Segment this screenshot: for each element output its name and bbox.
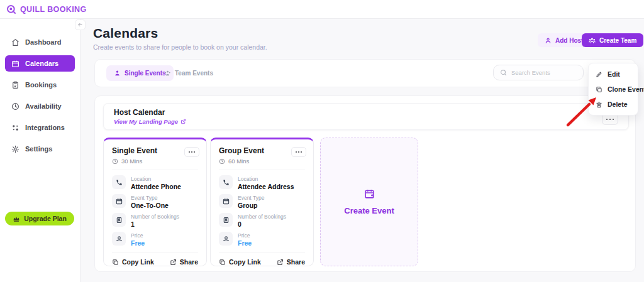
phone-icon <box>219 175 233 189</box>
menu-item-clone-event[interactable]: Clone Event <box>589 82 638 97</box>
share-icon <box>170 259 177 266</box>
search-events-box <box>493 65 584 80</box>
menu-item-label: Edit <box>608 70 620 78</box>
events-panel: Host Calendar View My Landing Page Singl… <box>94 95 636 272</box>
detail-value: Attendee Address <box>238 183 294 190</box>
copy-link-button[interactable]: Copy Link <box>112 258 154 266</box>
sidebar-collapse-button[interactable] <box>75 19 86 30</box>
detail-value: Attendee Phone <box>131 183 181 190</box>
event-card-options-button[interactable] <box>291 147 306 157</box>
create-event-label: Create Event <box>344 206 394 215</box>
detail-label: Number of Bookings <box>238 214 286 220</box>
event-duration: 30 Mins <box>112 158 198 165</box>
share-label: Share <box>180 258 198 266</box>
host-calendar-title: Host Calendar <box>114 108 618 117</box>
detail-row-price: Price Free <box>112 232 198 247</box>
search-events-input[interactable] <box>511 69 577 76</box>
detail-row-location: Location Attendee Address <box>219 175 305 190</box>
sidebar-item-calendars[interactable]: Calendars <box>5 55 75 72</box>
grid-dots-icon <box>11 124 19 132</box>
menu-item-label: Clone Event <box>608 85 644 93</box>
clock-icon <box>219 158 225 165</box>
sidebar-item-bookings[interactable]: Bookings <box>0 74 80 95</box>
share-button[interactable]: Share <box>170 258 198 266</box>
share-label: Share <box>287 258 305 266</box>
sidebar-item-settings[interactable]: Settings <box>0 138 80 160</box>
sidebar-item-integrations[interactable]: Integrations <box>0 117 80 138</box>
badge-icon <box>219 213 233 227</box>
tab-team-events-label: Team Events <box>175 70 213 77</box>
detail-label: Number of Bookings <box>131 214 179 220</box>
detail-row-bookings: Number of Bookings 1 <box>112 213 198 228</box>
gear-icon <box>11 145 19 153</box>
event-duration-label: 60 Mins <box>228 158 249 165</box>
detail-value: 0 <box>238 220 286 228</box>
page-title: Calendars <box>93 26 158 41</box>
copy-link-button[interactable]: Copy Link <box>219 258 261 266</box>
view-landing-page-link[interactable]: View My Landing Page <box>114 118 618 125</box>
calendar-icon <box>219 194 233 208</box>
badge-icon <box>112 213 126 227</box>
event-card-single-event: Single Event 30 Mins Location Attendee <box>103 138 207 266</box>
event-card-group-event: Group Event 60 Mins Location Attendee A <box>210 138 314 266</box>
person-icon <box>545 37 552 44</box>
event-card-options-button[interactable] <box>184 147 199 157</box>
detail-value-price: Free <box>131 239 145 247</box>
detail-label: Location <box>238 176 294 182</box>
detail-value: Group <box>238 202 264 209</box>
sidebar-item-label: Availability <box>25 102 62 110</box>
sidebar-item-label: Calendars <box>25 60 58 67</box>
team-icon <box>589 37 596 44</box>
page-subtitle: Create events to share for people to boo… <box>93 43 267 51</box>
menu-item-label: Delete <box>608 100 628 108</box>
team-icon <box>164 70 171 77</box>
event-context-menu: Edit Clone Event Delete <box>588 63 638 116</box>
main-content: Calendars Create events to share for peo… <box>80 19 644 282</box>
crown-icon <box>13 215 20 222</box>
search-icon <box>500 69 507 76</box>
calendar-icon <box>11 60 19 68</box>
host-calendar-header: Host Calendar View My Landing Page <box>103 103 629 130</box>
detail-row-price: Price Free <box>219 232 305 247</box>
upgrade-plan-label: Upgrade Plan <box>24 215 67 222</box>
menu-item-edit[interactable]: Edit <box>589 67 638 82</box>
pencil-icon <box>596 71 602 78</box>
create-team-button[interactable]: Create Team <box>582 33 643 47</box>
events-toolbar: Single Events Team Events <box>94 59 636 87</box>
event-duration: 60 Mins <box>219 158 305 165</box>
tab-team-events[interactable]: Team Events <box>157 65 221 81</box>
home-icon <box>11 38 19 46</box>
detail-label: Price <box>131 232 145 239</box>
clone-icon <box>596 86 602 93</box>
sidebar-item-label: Dashboard <box>25 38 61 46</box>
sidebar-item-label: Settings <box>25 145 52 153</box>
add-host-label: Add Host <box>555 37 583 44</box>
brand-name: QUILL BOOKING <box>20 5 87 14</box>
detail-label: Event Type <box>238 195 264 201</box>
share-button[interactable]: Share <box>277 258 305 266</box>
copy-icon <box>219 259 226 266</box>
create-event-card[interactable]: Create Event <box>320 138 418 266</box>
top-bar: QUILL BOOKING <box>0 0 644 19</box>
detail-value-price: Free <box>238 239 252 247</box>
detail-row-location: Location Attendee Phone <box>112 175 198 190</box>
brand[interactable]: QUILL BOOKING <box>6 4 87 14</box>
detail-label: Event Type <box>131 195 169 201</box>
create-team-label: Create Team <box>599 37 636 44</box>
detail-value: One-To-One <box>131 202 169 209</box>
phone-icon <box>112 175 126 189</box>
copy-link-label: Copy Link <box>122 258 154 266</box>
event-cards-row: Single Event 30 Mins Location Attendee <box>103 138 418 266</box>
sidebar-item-dashboard[interactable]: Dashboard <box>0 31 80 53</box>
view-landing-page-label: View My Landing Page <box>114 118 178 125</box>
detail-row-bookings: Number of Bookings 0 <box>219 213 305 228</box>
clock-icon <box>11 102 19 111</box>
detail-value: 1 <box>131 220 179 228</box>
clipboard-icon <box>11 81 19 89</box>
menu-item-delete[interactable]: Delete <box>589 97 638 112</box>
upgrade-plan-button[interactable]: Upgrade Plan <box>5 212 74 225</box>
sidebar-item-availability[interactable]: Availability <box>0 95 80 117</box>
clock-icon <box>112 158 118 165</box>
calendar-icon <box>112 194 126 208</box>
wallet-icon <box>219 232 233 246</box>
